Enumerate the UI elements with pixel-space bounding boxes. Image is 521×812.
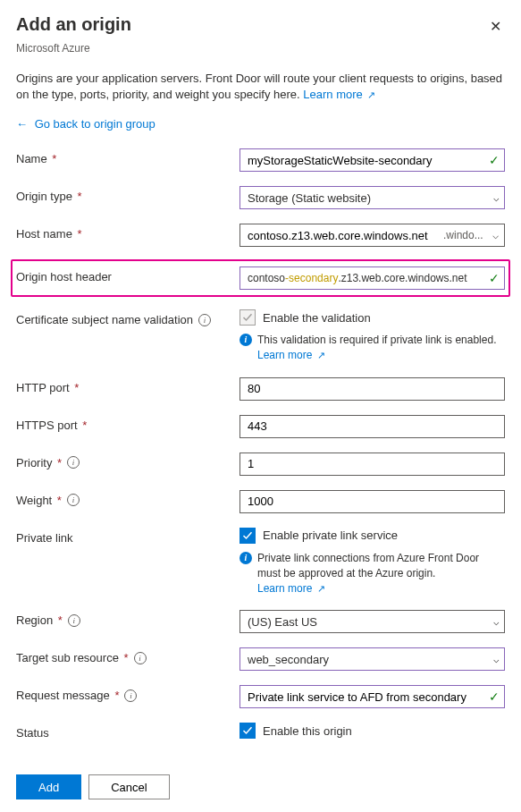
https-port-label: HTTPS port *: [16, 415, 239, 432]
origin-host-header-label: Origin host header: [16, 266, 239, 283]
region-label: Region * i: [16, 610, 239, 627]
http-port-label: HTTP port *: [16, 377, 239, 394]
info-icon[interactable]: i: [124, 689, 137, 702]
priority-input[interactable]: [239, 453, 505, 476]
origin-host-header-highlight: Origin host header contoso-secondary.z13…: [11, 259, 510, 297]
page-title: Add an origin: [16, 14, 131, 35]
info-icon[interactable]: i: [67, 456, 80, 469]
http-port-input[interactable]: [239, 377, 505, 401]
cert-validation-info: i This validation is required if private…: [239, 333, 505, 363]
weight-input[interactable]: [239, 490, 505, 513]
host-name-input[interactable]: [240, 224, 438, 246]
name-input[interactable]: [239, 148, 505, 172]
info-badge-icon: i: [239, 552, 252, 564]
request-message-input[interactable]: [239, 685, 505, 708]
private-link-info: i Private link connections from Azure Fr…: [239, 551, 505, 596]
chevron-down-icon: ⌵: [492, 229, 499, 241]
private-link-label: Private link: [16, 528, 239, 545]
external-link-icon: ↗: [317, 349, 325, 362]
status-checkbox[interactable]: [239, 723, 256, 739]
target-sub-select[interactable]: web_secondary: [239, 647, 505, 671]
private-link-learn-more-link[interactable]: Learn more ↗: [257, 582, 325, 595]
back-link[interactable]: Go back to origin group: [35, 117, 155, 131]
cert-validation-checkbox-label: Enable the validation: [263, 311, 371, 325]
info-icon[interactable]: i: [198, 314, 211, 326]
host-name-label: Host name *: [16, 224, 239, 241]
host-name-suffix-dropdown[interactable]: .windo...⌵: [438, 224, 504, 246]
weight-label: Weight * i: [16, 490, 239, 507]
cert-learn-more-link[interactable]: Learn more ↗: [257, 349, 325, 361]
cert-validation-checkbox: [239, 309, 256, 326]
origin-type-label: Origin type *: [16, 186, 239, 203]
intro-text: Origins are your application servers. Fr…: [16, 71, 505, 103]
info-icon[interactable]: i: [67, 494, 80, 506]
request-message-label: Request message * i: [16, 685, 239, 702]
info-icon[interactable]: i: [134, 652, 147, 664]
priority-label: Priority * i: [16, 453, 239, 469]
status-checkbox-label: Enable this origin: [263, 724, 352, 738]
intro-learn-more-link[interactable]: Learn more ↗: [303, 88, 375, 101]
origin-type-select[interactable]: Storage (Static website): [239, 186, 505, 209]
external-link-icon: ↗: [317, 582, 325, 596]
page-subtitle: Microsoft Azure: [16, 42, 505, 55]
private-link-checkbox-label: Enable private link service: [263, 529, 398, 542]
back-arrow-icon: ←: [16, 117, 28, 131]
target-sub-label: Target sub resource * i: [16, 647, 239, 664]
info-badge-icon: i: [239, 334, 252, 346]
host-name-combo[interactable]: .windo...⌵: [239, 224, 505, 247]
cert-validation-label: Certificate subject name validation i: [16, 309, 239, 326]
private-link-checkbox[interactable]: [239, 528, 256, 544]
origin-host-header-input[interactable]: contoso-secondary.z13.web.core.windows.n…: [239, 266, 505, 290]
name-label: Name *: [16, 148, 239, 165]
close-button[interactable]: ✕: [486, 14, 505, 38]
status-label: Status: [16, 723, 239, 740]
https-port-input[interactable]: [239, 415, 505, 438]
region-select[interactable]: (US) East US: [239, 610, 505, 633]
info-icon[interactable]: i: [68, 614, 80, 627]
external-link-icon: ↗: [367, 89, 375, 102]
